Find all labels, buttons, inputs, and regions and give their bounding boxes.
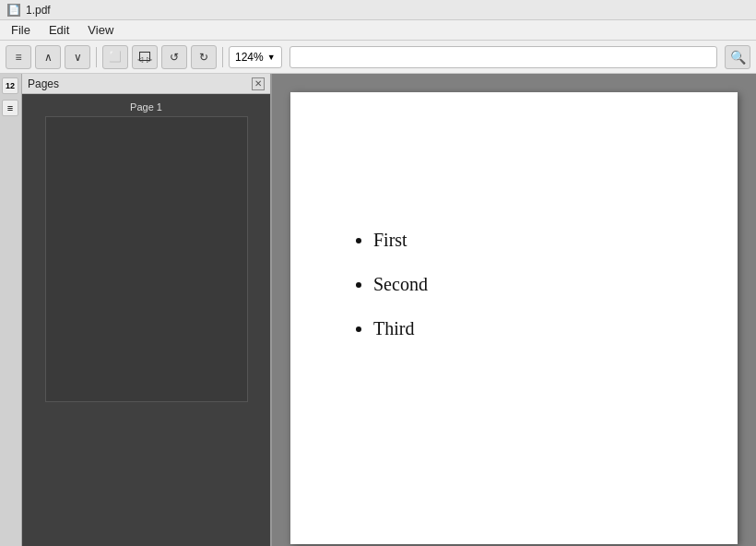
zoom-dropdown-icon: ▼ — [267, 53, 276, 62]
bullet-item-third: Third — [373, 310, 682, 347]
titlebar: 📄 1.pdf — [0, 0, 756, 20]
zoom-selector[interactable]: 124% ▼ — [229, 46, 282, 68]
fit-page-icon: ⬜ — [109, 51, 122, 63]
down-arrow-icon: ∨ — [74, 51, 82, 64]
search-button[interactable]: 🔍 — [725, 45, 750, 69]
outline-icon: ≡ — [7, 102, 13, 113]
pdf-page: First Second Third — [290, 92, 738, 544]
menubar: File Edit View — [0, 20, 756, 41]
menu-file[interactable]: File — [4, 21, 38, 39]
rotate-ccw-icon: ↺ — [170, 51, 179, 64]
up-arrow-icon: ∧ — [44, 51, 53, 64]
menu-edit[interactable]: Edit — [41, 21, 77, 39]
search-input[interactable] — [289, 46, 717, 68]
toolbar: ≡ ∧ ∨ ⬜ ◁ ▷ ↺ ↻ 124% ▼ 🔍 — [0, 41, 756, 74]
zoom-value: 124% — [235, 51, 264, 64]
menu-view[interactable]: View — [80, 21, 121, 39]
rotate-ccw-button[interactable]: ↺ — [161, 45, 187, 69]
sidebar-icon-strip: 12 ≡ — [0, 74, 22, 546]
bullet-text-first: First — [373, 230, 408, 250]
fit-width-button[interactable]: ◁ ▷ — [132, 45, 158, 69]
sidebar: 12 ≡ Pages ✕ Page 1 — [0, 74, 272, 546]
pages-panel-header: Pages ✕ — [22, 74, 270, 94]
prev-button[interactable]: ∧ — [35, 45, 61, 69]
fit-width-icon: ◁ ▷ — [139, 52, 150, 63]
pages-label: Pages — [28, 77, 59, 90]
next-button[interactable]: ∨ — [65, 45, 90, 69]
page-thumbnails[interactable]: Page 1 — [22, 94, 270, 546]
pages-panel: Pages ✕ Page 1 — [22, 74, 270, 546]
thumbnail-view-button[interactable]: 12 — [2, 77, 18, 94]
fit-page-button[interactable]: ⬜ — [102, 45, 128, 69]
separator-2 — [222, 47, 223, 67]
bullet-text-second: Second — [373, 274, 428, 294]
bullet-text-third: Third — [373, 318, 414, 338]
outline-view-button[interactable]: ≡ — [2, 100, 18, 116]
pdf-bullet-list: First Second Third — [346, 221, 682, 354]
rotate-cw-button[interactable]: ↻ — [191, 45, 217, 69]
hamburger-button[interactable]: ≡ — [6, 45, 31, 69]
close-icon: ✕ — [254, 78, 262, 89]
rotate-cw-icon: ↻ — [199, 51, 208, 64]
thumbnail-icon: 12 — [6, 81, 15, 90]
bullet-item-second: Second — [373, 266, 682, 303]
hamburger-icon: ≡ — [15, 51, 21, 64]
separator-1 — [96, 47, 97, 67]
bullet-item-first: First — [373, 221, 682, 258]
page-1-label: Page 1 — [130, 101, 162, 113]
window-title: 1.pdf — [26, 4, 51, 17]
pdf-content-area: First Second Third — [272, 74, 756, 546]
close-sidebar-button[interactable]: ✕ — [252, 77, 265, 90]
page-1-thumbnail-item: Page 1 — [30, 101, 263, 402]
page-1-image — [45, 116, 248, 402]
main-area: 12 ≡ Pages ✕ Page 1 — [0, 74, 756, 546]
search-icon: 🔍 — [730, 50, 746, 65]
app-icon: 📄 — [7, 4, 20, 17]
